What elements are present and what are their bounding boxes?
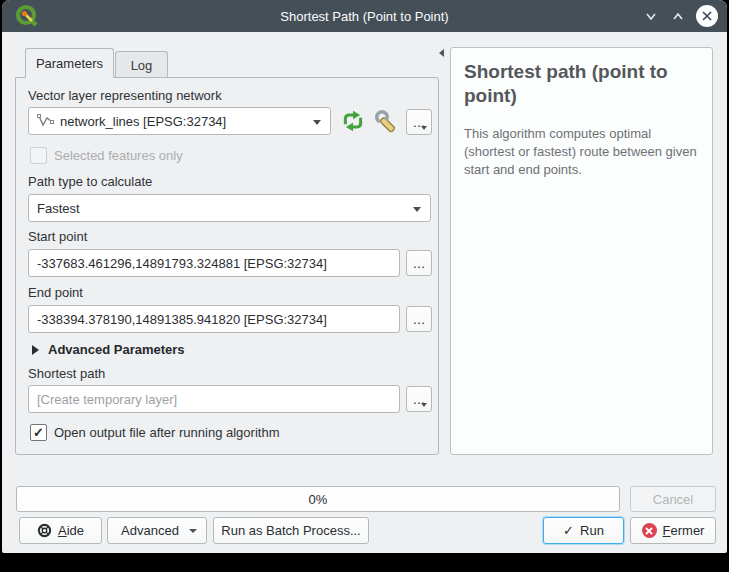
run-label: Run <box>580 523 604 538</box>
cancel-button[interactable]: Cancel <box>630 486 716 512</box>
dropdown-indicator-icon <box>189 529 197 533</box>
titlebar[interactable]: Shortest Path (Point to Point) <box>2 0 727 32</box>
minimize-icon[interactable] <box>642 7 660 25</box>
run-as-batch-label: Run as Batch Process... <box>221 523 360 538</box>
parameters-panel <box>15 77 439 455</box>
close-dialog-button[interactable]: Fermer <box>630 517 716 544</box>
tab-parameters-label: Parameters <box>36 56 103 71</box>
run-button[interactable]: ✓ Run <box>543 517 624 544</box>
check-icon: ✓ <box>563 523 574 538</box>
window-title: Shortest Path (Point to Point) <box>2 0 727 32</box>
advanced-menu-button[interactable]: Advanced <box>107 517 207 544</box>
run-as-batch-button[interactable]: Run as Batch Process... <box>213 517 369 544</box>
tab-log-label: Log <box>131 58 153 73</box>
close-label: Fermer <box>663 523 705 538</box>
dialog-window: Shortest Path (Point to Point) Parameter… <box>2 0 727 553</box>
tab-parameters[interactable]: Parameters <box>25 48 114 78</box>
close-window-icon[interactable] <box>696 5 718 27</box>
tab-log[interactable]: Log <box>115 51 168 78</box>
help-panel: Shortest path (point to point) This algo… <box>450 47 713 455</box>
help-label: Aide <box>58 523 84 538</box>
help-title: Shortest path (point to point) <box>464 60 699 109</box>
close-red-x-icon <box>642 523 657 538</box>
progress-value: 0% <box>309 492 328 507</box>
advanced-label: Advanced <box>121 523 179 538</box>
collapse-help-panel-icon[interactable] <box>436 47 446 59</box>
maximize-icon[interactable] <box>669 7 687 25</box>
window-controls <box>642 0 718 32</box>
help-lifebuoy-icon <box>37 523 52 538</box>
progress-bar: 0% <box>16 486 620 512</box>
help-button[interactable]: Aide <box>19 517 102 544</box>
help-description: This algorithm computes optimal (shortes… <box>464 125 699 180</box>
cancel-label: Cancel <box>653 492 693 507</box>
